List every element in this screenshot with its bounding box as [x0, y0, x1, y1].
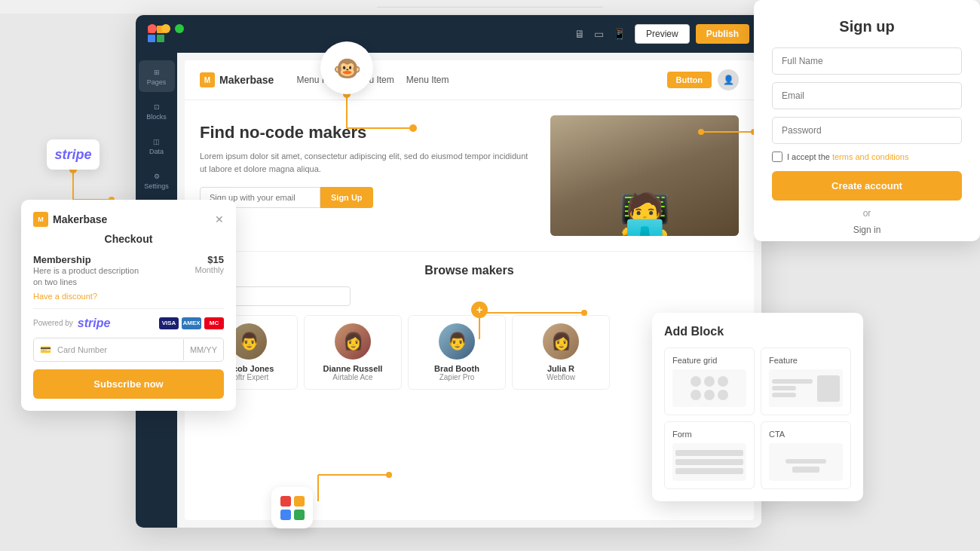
checkout-card: M Makerbase ✕ Checkout Membership Here i… [21, 200, 236, 411]
close-light [148, 24, 157, 33]
feat-line-1 [772, 379, 813, 384]
add-block-title: Add Block [664, 325, 851, 338]
powered-by-text: Powered by [33, 319, 73, 327]
checkout-title: Checkout [33, 233, 224, 245]
minimize-light [161, 24, 170, 33]
card-expiry-input[interactable]: MM/YY [183, 339, 223, 360]
signup-terms-text: I accept the terms and conditions [787, 152, 908, 161]
block-cta[interactable]: CTA [761, 421, 851, 489]
checkout-membership-label: Membership [33, 254, 194, 265]
add-block-plus-button[interactable]: + [471, 302, 488, 318]
signup-terms-row: I accept the terms and conditions [772, 152, 962, 162]
cta-button-preview [792, 467, 819, 473]
checkout-item-left: Membership Here is a product description… [33, 254, 194, 301]
block-feature-label: Feature [769, 356, 843, 365]
visa-icon: VISA [159, 317, 179, 329]
stripe-logo-text: stripe [78, 317, 111, 330]
checkout-item-right: $15 Monthly [194, 254, 224, 274]
maker-name-brad: Brad Booth [416, 364, 498, 373]
checkout-item-desc-2: on two lines [33, 277, 194, 288]
data-icon: ◫ [153, 138, 160, 145]
block-cta-label: CTA [769, 430, 843, 439]
maker-card-dianne[interactable]: 👩 Dianne Russell Airtable Ace [304, 315, 402, 390]
traffic-lights [148, 24, 184, 33]
checkout-period: Monthly [194, 265, 224, 274]
block-form[interactable]: Form [664, 421, 755, 489]
block-feature[interactable]: Feature [761, 347, 851, 415]
form-line-1 [675, 450, 743, 456]
checkout-discount-link[interactable]: Have a discount? [33, 292, 194, 301]
signin-link[interactable]: Sign in [772, 225, 962, 235]
feature-lines [772, 379, 813, 397]
maker-avatar-dianne: 👩 [335, 323, 371, 360]
card-number-row: 💳 Card Number MM/YY [33, 338, 224, 362]
notion-bubble [271, 487, 313, 528]
create-account-button[interactable]: Create account [772, 171, 962, 201]
stripe-logo: stripe [54, 147, 91, 163]
notion-logo-icon [280, 496, 305, 520]
signup-password-input[interactable] [772, 117, 962, 144]
checkout-brand: M Makerbase [33, 212, 107, 227]
logo-blue [148, 35, 155, 42]
feat-line-2 [772, 386, 796, 390]
signup-email-input[interactable] [772, 82, 962, 109]
subscribe-button[interactable]: Subscribe now [33, 369, 224, 399]
hero-title: Find no-code makers [200, 123, 535, 142]
block-feature-grid-label: Feature grid [672, 356, 746, 365]
feature-preview-content [769, 372, 843, 405]
signup-terms-prefix: I accept the [787, 152, 832, 161]
card-icon-symbol: 💳 [34, 338, 57, 361]
nav-item-3[interactable]: Menu Item [406, 75, 449, 85]
mastercard-icon: MC [204, 317, 224, 329]
maker-name-julia: Julia R [520, 364, 602, 373]
block-feature-grid-preview [672, 369, 746, 407]
preview-button[interactable]: Preview [635, 24, 690, 44]
sidebar-item-blocks[interactable]: ⊡ Blocks [139, 95, 175, 127]
form-line-2 [675, 459, 743, 465]
block-feature-grid[interactable]: Feature grid [664, 347, 755, 415]
sidebar-item-data[interactable]: ◫ Data [139, 130, 175, 161]
checkout-divider [33, 308, 224, 309]
publish-button[interactable]: Publish [696, 24, 749, 44]
maker-avatar-jacob: 👨 [231, 323, 267, 360]
form-preview-content [672, 447, 746, 477]
maker-name-dianne: Dianne Russell [312, 364, 394, 373]
mailchimp-icon: 🐵 [333, 55, 361, 81]
brand-icon: M [200, 72, 215, 87]
blocks-icon: ⊡ [154, 103, 160, 111]
tablet-icon[interactable]: ▭ [594, 28, 604, 40]
dot-1 [691, 376, 701, 387]
card-number-input[interactable]: Card Number [57, 339, 183, 360]
sidebar-item-settings[interactable]: ⚙ Settings [139, 164, 175, 196]
browse-title: Browse makers [200, 264, 739, 277]
svg-rect-18 [294, 496, 305, 507]
desktop-icon[interactable]: 🖥 [574, 28, 585, 40]
cta-preview-content [769, 448, 843, 476]
maker-role-julia: Webflow [520, 373, 602, 381]
maker-card-brad[interactable]: 👨 Brad Booth Zapier Pro [408, 315, 506, 390]
signup-panel: Sign up I accept the terms and condition… [754, 0, 980, 241]
hero-signup-form: Sign Up [200, 187, 535, 208]
blocks-label: Blocks [146, 113, 167, 121]
hero-section: Find no-code makers Lorem ipsum dolor si… [185, 100, 754, 251]
hero-signup-button[interactable]: Sign Up [320, 187, 373, 208]
maker-card-julia[interactable]: 👩 Julia R Webflow [512, 315, 610, 390]
signup-fullname-input[interactable] [772, 47, 962, 75]
settings-label: Settings [144, 182, 169, 190]
nav-avatar[interactable]: 👤 [718, 69, 739, 90]
fullscreen-light [175, 24, 184, 33]
signup-terms-checkbox[interactable] [772, 152, 782, 162]
signup-or-divider: or [772, 208, 962, 219]
nav-button[interactable]: Button [667, 72, 712, 88]
dot-4 [691, 390, 701, 400]
mailchimp-bubble: 🐵 [320, 41, 373, 94]
checkout-price: $15 [194, 254, 224, 265]
block-grid: Feature grid Feature [664, 347, 851, 489]
signup-terms-link[interactable]: terms and conditions [832, 152, 909, 161]
mobile-icon[interactable]: 📱 [613, 28, 626, 40]
svg-rect-19 [280, 510, 291, 520]
form-line-3 [675, 468, 743, 474]
pages-icon: ⊞ [154, 69, 160, 76]
sidebar-item-pages[interactable]: ⊞ Pages [139, 60, 175, 92]
close-button[interactable]: ✕ [215, 213, 224, 225]
